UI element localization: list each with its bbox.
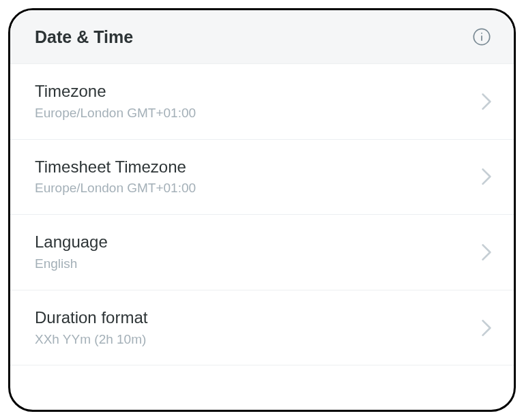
list-item-timezone[interactable]: Timezone Europe/London GMT+01:00 — [10, 64, 514, 140]
list-item-content: Timesheet Timezone Europe/London GMT+01:… — [35, 158, 196, 197]
list-item-value: XXh YYm (2h 10m) — [35, 332, 147, 348]
list-item-value: Europe/London GMT+01:00 — [35, 106, 196, 121]
chevron-right-icon — [481, 93, 492, 110]
settings-header: Date & Time — [10, 10, 514, 64]
svg-point-2 — [481, 33, 482, 34]
list-item-label: Duration format — [35, 308, 147, 328]
list-item-value: Europe/London GMT+01:00 — [35, 181, 196, 196]
list-item-label: Timezone — [35, 82, 196, 102]
settings-list: Timezone Europe/London GMT+01:00 Timeshe… — [10, 64, 514, 365]
list-item-content: Timezone Europe/London GMT+01:00 — [35, 82, 196, 121]
list-item-language[interactable]: Language English — [10, 215, 514, 290]
list-item-timesheet-timezone[interactable]: Timesheet Timezone Europe/London GMT+01:… — [10, 140, 514, 215]
chevron-right-icon — [481, 244, 492, 260]
list-item-value: English — [35, 256, 108, 272]
list-item-duration-format[interactable]: Duration format XXh YYm (2h 10m) — [10, 290, 514, 366]
page-title: Date & Time — [35, 27, 133, 47]
list-item-label: Language — [35, 232, 108, 252]
chevron-right-icon — [481, 168, 492, 185]
settings-card: Date & Time Timezone Europe/London GMT+0… — [8, 8, 516, 412]
info-icon[interactable] — [471, 27, 492, 47]
chevron-right-icon — [481, 320, 492, 336]
list-item-content: Language English — [35, 232, 108, 272]
list-item-content: Duration format XXh YYm (2h 10m) — [35, 308, 147, 348]
list-item-label: Timesheet Timezone — [35, 158, 196, 177]
